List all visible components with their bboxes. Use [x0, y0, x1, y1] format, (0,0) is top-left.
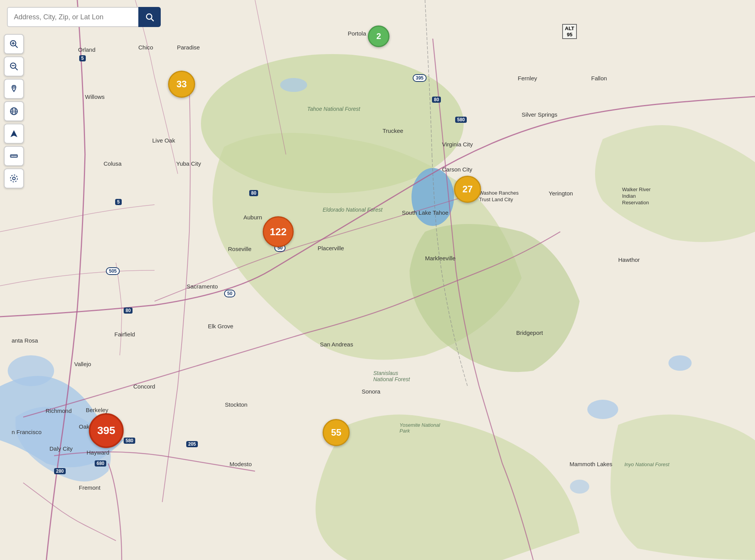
cluster-lake-tahoe[interactable]: 27	[454, 176, 481, 203]
map-background	[0, 0, 755, 560]
ruler-button[interactable]	[4, 146, 24, 166]
shield-i680: 680	[95, 460, 106, 467]
shield-r395: 395	[413, 74, 427, 82]
svg-point-6	[8, 355, 54, 386]
shield-i580-e: 580	[455, 117, 467, 123]
cluster-auburn[interactable]: 122	[263, 216, 294, 247]
ruler-icon	[10, 152, 18, 160]
svg-point-28	[13, 177, 15, 180]
zoom-out-icon	[10, 62, 18, 71]
search-icon	[145, 12, 154, 22]
cluster-portola[interactable]: 2	[368, 25, 389, 47]
alt-95-sign: ALT95	[562, 24, 577, 39]
shield-r50-e: 50	[224, 290, 235, 297]
shield-i280: 280	[54, 468, 66, 474]
search-input[interactable]	[7, 7, 138, 27]
shield-i80-e: 80	[432, 97, 441, 103]
shield-r505: 505	[106, 267, 120, 275]
svg-marker-21	[10, 130, 17, 137]
svg-point-7	[570, 480, 589, 494]
globe-button[interactable]	[4, 101, 24, 121]
search-bar	[7, 7, 161, 27]
svg-point-3	[280, 78, 307, 92]
svg-line-15	[15, 68, 17, 70]
toolbar	[4, 34, 24, 188]
shield-i205: 205	[186, 441, 198, 447]
shield-i5-c: 5	[115, 199, 122, 205]
search-button[interactable]	[138, 7, 161, 27]
svg-point-4	[587, 400, 618, 419]
svg-point-2	[412, 168, 454, 226]
pin-button[interactable]	[4, 79, 24, 99]
cluster-oroville[interactable]: 33	[168, 71, 195, 98]
globe-icon	[10, 107, 18, 115]
zoom-in-icon	[10, 40, 18, 48]
svg-line-9	[151, 19, 154, 21]
svg-point-5	[668, 355, 692, 371]
pin-icon	[10, 85, 18, 93]
shield-i580-s: 580	[124, 438, 135, 444]
location-icon	[10, 129, 18, 138]
settings-button[interactable]	[4, 168, 24, 188]
zoom-in-button[interactable]	[4, 34, 24, 54]
shield-i80-c: 80	[249, 190, 258, 196]
location-button[interactable]	[4, 124, 24, 144]
svg-point-17	[13, 87, 15, 88]
cluster-central[interactable]: 55	[323, 419, 350, 446]
svg-line-11	[15, 45, 17, 48]
map-container: Orland Chico Paradise Portola Willows Tr…	[0, 0, 755, 560]
cluster-bay-area[interactable]: 395	[89, 413, 124, 448]
shield-i80-s: 80	[124, 307, 133, 314]
svg-point-29	[10, 175, 17, 182]
zoom-out-button[interactable]	[4, 56, 24, 76]
settings-icon	[10, 174, 18, 183]
shield-i5-n: 5	[79, 55, 86, 61]
